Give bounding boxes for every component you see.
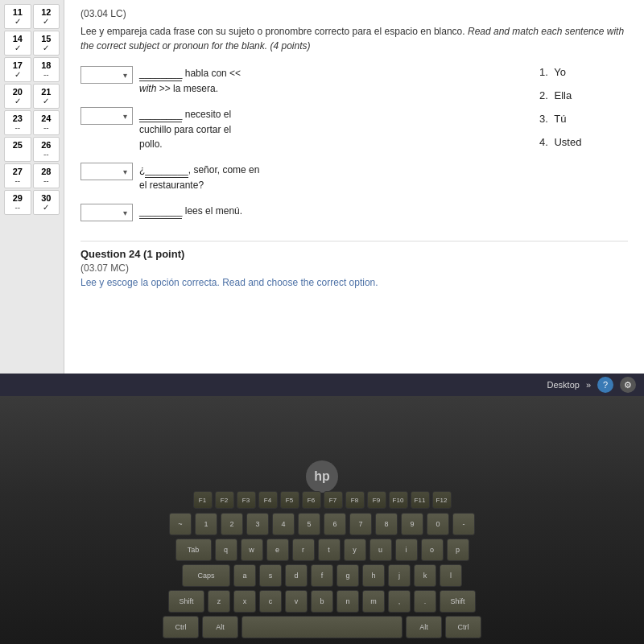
key-8[interactable]: 8 (375, 513, 398, 535)
sidebar-item-18[interactable]: 18 -- (33, 57, 60, 82)
key-w[interactable]: w (241, 539, 263, 561)
match-sentences: ▾ ________ habla con <<with >> la mesera… (80, 66, 523, 233)
settings-icon[interactable]: ⚙ (620, 377, 636, 393)
key-6[interactable]: 6 (324, 513, 346, 535)
key-ctrl-right[interactable]: Ctrl (445, 616, 481, 638)
option-3-label: Tú (554, 113, 566, 125)
key-9[interactable]: 9 (401, 513, 423, 535)
key-minus[interactable]: - (452, 513, 475, 535)
desktop-label: Desktop (547, 380, 580, 390)
key-k[interactable]: k (414, 564, 436, 587)
instructions: Lee y empareja cada frase con su sujeto … (80, 24, 628, 53)
key-3[interactable]: 3 (246, 513, 269, 535)
key-v[interactable]: v (285, 590, 308, 613)
key-f2[interactable]: F2 (215, 491, 234, 509)
key-t[interactable]: t (318, 539, 341, 561)
key-f4[interactable]: F4 (258, 491, 278, 509)
option-1: 1. Yo (539, 66, 628, 78)
key-1[interactable]: 1 (195, 513, 217, 535)
sidebar-item-24[interactable]: 24 -- (33, 110, 60, 135)
key-z[interactable]: z (208, 590, 230, 613)
sidebar: 11 ✓ 12 ✓ 14 ✓ 15 ✓ 17 ✓ (0, 0, 64, 394)
key-tab[interactable]: Tab (175, 539, 212, 561)
match-row-1: ▾ ________ habla con <<with >> la mesera… (80, 66, 523, 96)
key-space[interactable] (242, 616, 402, 638)
number-key-row: ~ 1 2 3 4 5 6 7 8 9 0 - (16, 513, 628, 535)
key-f11[interactable]: F11 (411, 491, 430, 509)
key-f5[interactable]: F5 (280, 491, 299, 509)
sentence-2: ________ necesito elcuchillo para cortar… (139, 107, 231, 151)
key-2[interactable]: 2 (221, 513, 243, 535)
sidebar-item-12[interactable]: 12 ✓ (33, 4, 60, 29)
key-f10[interactable]: F10 (389, 491, 408, 509)
key-d[interactable]: d (285, 564, 308, 587)
dropdown-2[interactable]: ▾ (80, 107, 133, 125)
sidebar-item-11[interactable]: 11 ✓ (4, 4, 31, 29)
zxcv-row: Shift z x c v b n m , . Shift (16, 590, 628, 613)
key-alt-left[interactable]: Alt (202, 616, 238, 638)
chevron-down-icon-3: ▾ (123, 167, 127, 176)
key-l[interactable]: l (440, 564, 462, 587)
key-7[interactable]: 7 (349, 513, 372, 535)
sidebar-item-30[interactable]: 30 ✓ (33, 190, 60, 215)
key-m[interactable]: m (362, 590, 385, 613)
key-b[interactable]: b (311, 590, 333, 613)
match-row-3: ▾ ¿________, señor, come enel restaurant… (80, 163, 523, 192)
sidebar-item-23[interactable]: 23 -- (4, 110, 31, 135)
sidebar-item-27[interactable]: 27 -- (4, 163, 31, 188)
key-f8[interactable]: F8 (345, 491, 365, 509)
key-i[interactable]: i (395, 539, 418, 561)
key-r[interactable]: r (292, 539, 315, 561)
sidebar-item-20[interactable]: 20 ✓ (4, 84, 31, 109)
key-shift-right[interactable]: Shift (440, 590, 476, 613)
dropdown-1[interactable]: ▾ (80, 66, 133, 84)
key-ctrl-left[interactable]: Ctrl (163, 616, 199, 638)
sidebar-item-28[interactable]: 28 -- (33, 163, 60, 188)
key-u[interactable]: u (369, 539, 392, 561)
sidebar-item-21[interactable]: 21 ✓ (33, 84, 60, 109)
key-tilde[interactable]: ~ (169, 513, 192, 535)
key-n[interactable]: n (336, 590, 359, 613)
key-5[interactable]: 5 (298, 513, 320, 535)
key-caps[interactable]: Caps (182, 564, 230, 587)
key-0[interactable]: 0 (427, 513, 449, 535)
key-a[interactable]: a (233, 564, 256, 587)
sidebar-item-15[interactable]: 15 ✓ (33, 31, 60, 56)
key-f7[interactable]: F7 (324, 491, 343, 509)
key-c[interactable]: c (259, 590, 282, 613)
key-o[interactable]: o (421, 539, 444, 561)
key-h[interactable]: h (362, 564, 385, 587)
key-f[interactable]: f (311, 564, 333, 587)
sidebar-item-25[interactable]: 25 (4, 137, 31, 162)
key-period[interactable]: . (414, 590, 436, 613)
key-f12[interactable]: F12 (432, 491, 452, 509)
key-f1[interactable]: F1 (193, 491, 213, 509)
key-4[interactable]: 4 (272, 513, 295, 535)
laptop-body: hp F1 F2 F3 F4 F5 F6 F7 F8 F9 F10 F11 F1… (0, 396, 644, 644)
keyboard: F1 F2 F3 F4 F5 F6 F7 F8 F9 F10 F11 F12 ~… (16, 491, 628, 620)
key-g[interactable]: g (336, 564, 359, 587)
hp-logo: hp (306, 460, 338, 493)
key-j[interactable]: j (388, 564, 411, 587)
key-shift-left[interactable]: Shift (168, 590, 204, 613)
key-e[interactable]: e (266, 539, 289, 561)
key-q[interactable]: q (215, 539, 237, 561)
function-key-row: F1 F2 F3 F4 F5 F6 F7 F8 F9 F10 F11 F12 (16, 491, 628, 509)
key-y[interactable]: y (344, 539, 366, 561)
sidebar-item-14[interactable]: 14 ✓ (4, 31, 31, 56)
dropdown-3[interactable]: ▾ (80, 163, 133, 180)
sidebar-item-26[interactable]: 26 -- (33, 137, 60, 162)
key-f3[interactable]: F3 (237, 491, 256, 509)
key-f6[interactable]: F6 (302, 491, 321, 509)
instructions-spanish: Lee y empareja cada frase con su sujeto … (80, 26, 465, 37)
help-icon[interactable]: ? (597, 377, 613, 393)
key-s[interactable]: s (259, 564, 282, 587)
key-p[interactable]: p (447, 539, 469, 561)
dropdown-4[interactable]: ▾ (80, 204, 133, 221)
key-f9[interactable]: F9 (367, 491, 386, 509)
key-x[interactable]: x (233, 590, 256, 613)
key-alt-right[interactable]: Alt (406, 616, 442, 638)
key-comma[interactable]: , (388, 590, 411, 613)
sidebar-item-29[interactable]: 29 -- (4, 190, 31, 215)
sidebar-item-17[interactable]: 17 ✓ (4, 57, 31, 82)
